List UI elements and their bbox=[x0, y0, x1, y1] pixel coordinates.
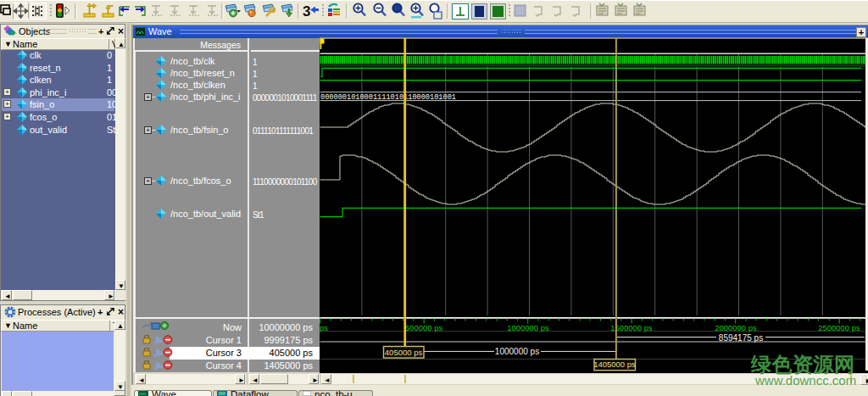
svg-text:ps: ps bbox=[320, 323, 328, 332]
svg-text:1000000 ps: 1000000 ps bbox=[507, 323, 549, 332]
svg-text:8594175 ps: 8594175 ps bbox=[719, 333, 763, 343]
svg-text:000000101000111101011000010100: 0000001010001111010110000101001 bbox=[320, 93, 456, 102]
svg-text:405000 ps: 405000 ps bbox=[385, 348, 423, 357]
svg-text:500000 ps: 500000 ps bbox=[405, 323, 443, 332]
svg-text:2000000 ps: 2000000 ps bbox=[715, 323, 757, 332]
svg-text:1000000 ps: 1000000 ps bbox=[495, 347, 539, 356]
svg-text:2500000 ps: 2500000 ps bbox=[818, 323, 860, 332]
svg-text:1405000 ps: 1405000 ps bbox=[593, 360, 636, 369]
svg-text:3: 3 bbox=[303, 3, 310, 20]
